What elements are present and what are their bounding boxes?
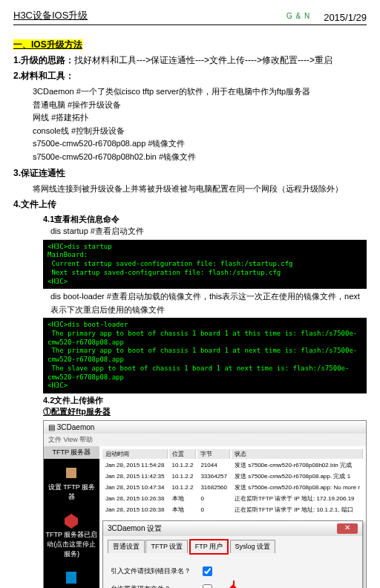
material-item: 网线 #搭建拓扑 xyxy=(33,111,367,125)
checkbox[interactable] xyxy=(203,566,212,576)
stop-icon xyxy=(63,512,79,529)
tools-icon xyxy=(63,465,79,481)
section-1-title: 一、IOS升级方法 xyxy=(13,39,82,50)
material-item: s7500e-cmw520-r6708p08.app #镜像文件 xyxy=(33,137,367,151)
tab[interactable]: TFTP 设置 xyxy=(145,540,188,553)
tab-ftp-user[interactable]: FTP 用户 xyxy=(189,539,229,555)
close-icon[interactable]: ✕ xyxy=(337,523,358,534)
table-row: Jan 28, 2015 11:42:3510.1.2.233364257发送 … xyxy=(102,471,363,481)
cmd-1: dis startup #查看启动文件 xyxy=(50,225,367,238)
dialog-title: 3CDaemon 设置 xyxy=(108,523,162,534)
material-item: 3CDaemon #一个了类似cisco tftp server的软件，用于在电… xyxy=(33,85,367,99)
material-item: 普通电脑 #操作升级设备 xyxy=(33,99,367,112)
doc-title: H3C设备IOS升级 xyxy=(13,9,88,22)
step-4-heading: 4.文件上传 xyxy=(13,198,367,211)
tab[interactable]: Syslog 设置 xyxy=(230,540,276,553)
sidebar-head: TFTP 服务器 xyxy=(44,446,99,459)
sidebar: TFTP 服务器 设置 TFTP 服务器 TFTP 服务器已启动(点击这里停止服… xyxy=(44,446,99,588)
step-41-heading: 4.1查看相关信息命令 xyxy=(43,214,367,225)
svg-rect-0 xyxy=(66,468,76,478)
cmd-2: dis boot-loader #查看启动加载的镜像文件，this表示这一次正在… xyxy=(50,290,367,316)
settings-dialog: 3CDaemon 设置✕ 普通设置 TFTP 设置 FTP 用户 Syslog … xyxy=(102,520,363,588)
svg-marker-1 xyxy=(65,514,78,529)
header-gn: G & N xyxy=(286,12,310,23)
step-42-heading: 4.2文件上传操作 xyxy=(43,395,367,406)
material-item: console线 #控制升级设备 xyxy=(33,125,367,138)
step-1-heading: 1.升级的思路： xyxy=(13,55,74,65)
log-table: 启动时间位置字节状态 Jan 28, 2015 11:54:2810.1.2.2… xyxy=(99,446,366,517)
app-window: ▤ 3CDaemon 文件 View 帮助 TFTP 服务器 设置 TFTP 服… xyxy=(43,420,367,588)
step-1-body: 找好材料和工具--->保证连通性--->文件上传---->修改配置---->重启 xyxy=(74,55,332,65)
app-title: ▤ 3CDaemon xyxy=(48,423,94,431)
terminal-output-1: <H3C>dis startup MainBoard: Current star… xyxy=(43,240,367,289)
log-icon xyxy=(63,569,79,586)
table-row: Jan 28, 2015 10:26:38本地0正在监听TFTP 请求于 IP … xyxy=(102,505,363,514)
sidebar-item[interactable]: TFTP 服务器已启动(点击这里停止服务) xyxy=(44,506,99,564)
tab[interactable]: 普通设置 xyxy=(108,540,145,553)
table-row: Jan 28, 2015 10:47:3410.1.2.231682560发送 … xyxy=(102,483,363,492)
header-date: 2015/1/29 xyxy=(324,12,367,23)
table-row: Jan 28, 2015 10:26:38本地0正在监听TFTP 请求于 IP … xyxy=(102,494,363,503)
svg-rect-2 xyxy=(66,572,76,584)
step-2-heading: 2.材料和工具： xyxy=(13,70,367,82)
sidebar-item[interactable]: 设置 TFTP 服务器 xyxy=(44,459,99,506)
material-item: s7500e-cmw520-r6708p08h02.bin #镜像文件 xyxy=(33,151,367,164)
step-3-heading: 3.保证连通性 xyxy=(13,167,367,180)
step-3-body: 将网线连接到被升级设备上并将被升级谁被与电脑配置在同一个网段（远程升级除外） xyxy=(33,183,367,196)
arrow-icon xyxy=(192,581,235,588)
sidebar-item[interactable]: 记录至 Tftpd.log(点击这里停止) xyxy=(44,564,99,588)
step-42a-heading: ①配置好ftp服务器 xyxy=(43,406,367,417)
table-row: Jan 28, 2015 11:54:2810.1.2.221044发送 s75… xyxy=(102,460,363,470)
terminal-output-2: <H3C>dis boot-loader The primary app to … xyxy=(43,318,367,393)
